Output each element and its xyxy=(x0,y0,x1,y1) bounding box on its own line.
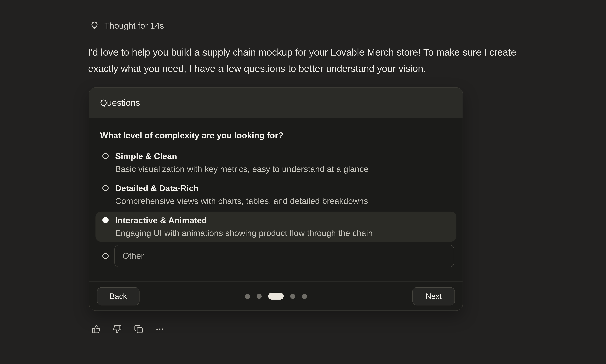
option-text: Simple & Clean Basic visualization with … xyxy=(115,150,368,175)
assistant-message-text: I'd love to help you build a supply chai… xyxy=(88,44,539,76)
message-actions xyxy=(92,325,164,334)
more-options-icon xyxy=(155,325,164,334)
card-title: Questions xyxy=(100,98,140,108)
pagination-dot xyxy=(245,294,250,299)
question-text: What level of complexity are you looking… xyxy=(100,130,452,141)
pagination-dot xyxy=(302,294,307,299)
option-description: Engaging UI with animations showing prod… xyxy=(115,227,373,239)
option-other[interactable] xyxy=(95,245,457,267)
radio-unselected-icon[interactable] xyxy=(102,253,109,259)
copy-button[interactable] xyxy=(134,325,143,334)
radio-selected-icon[interactable] xyxy=(102,217,109,223)
other-input[interactable] xyxy=(114,245,454,267)
pagination-dot-active xyxy=(268,293,284,299)
radio-unselected-icon[interactable] xyxy=(102,153,109,159)
option-text: Interactive & Animated Engaging UI with … xyxy=(115,214,373,239)
option-detailed-data-rich[interactable]: Detailed & Data-Rich Comprehensive views… xyxy=(95,180,457,210)
card-footer: Back Next xyxy=(89,281,463,311)
option-text: Detailed & Data-Rich Comprehensive views… xyxy=(115,182,368,207)
option-label: Detailed & Data-Rich xyxy=(115,182,368,195)
radio-unselected-icon[interactable] xyxy=(102,185,109,191)
card-body: What level of complexity are you looking… xyxy=(89,118,463,281)
thumbs-up-icon xyxy=(92,325,100,334)
option-interactive-animated[interactable]: Interactive & Animated Engaging UI with … xyxy=(95,212,457,242)
thumbs-down-icon xyxy=(113,325,122,334)
pagination-dot xyxy=(290,294,295,299)
next-button[interactable]: Next xyxy=(412,287,455,305)
lightbulb-icon xyxy=(89,21,100,31)
option-simple-clean[interactable]: Simple & Clean Basic visualization with … xyxy=(95,147,457,178)
thumbs-up-button[interactable] xyxy=(92,325,100,334)
option-label: Simple & Clean xyxy=(115,150,368,163)
more-options-button[interactable] xyxy=(155,325,164,334)
card-header: Questions xyxy=(89,88,463,118)
thought-toggle[interactable]: Thought for 14s xyxy=(89,21,164,31)
pagination-dots xyxy=(245,293,307,299)
thumbs-down-button[interactable] xyxy=(113,325,122,334)
option-description: Basic visualization with key metrics, ea… xyxy=(115,163,368,175)
option-label: Interactive & Animated xyxy=(115,214,373,227)
back-button[interactable]: Back xyxy=(97,287,139,305)
option-description: Comprehensive views with charts, tables,… xyxy=(115,195,368,207)
questions-card: Questions What level of complexity are y… xyxy=(89,87,463,311)
chat-message-view: Thought for 14s I'd love to help you bui… xyxy=(0,0,606,364)
pagination-dot xyxy=(257,294,262,299)
thought-label: Thought for 14s xyxy=(104,21,164,31)
copy-icon xyxy=(134,325,143,334)
